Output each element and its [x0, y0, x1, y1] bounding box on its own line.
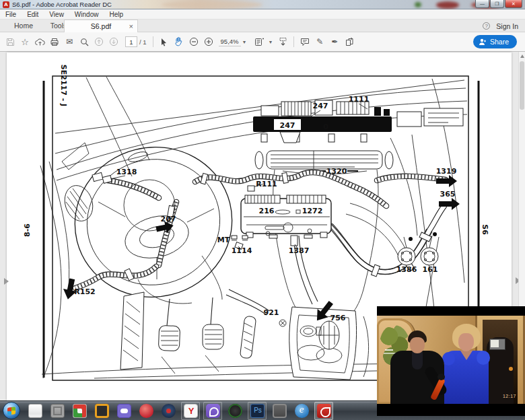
email-icon[interactable]: ✉: [62, 35, 77, 48]
door-knob: [509, 367, 513, 371]
tab-document-label: S6.pdf: [91, 22, 111, 30]
letterbox-bar: [377, 404, 525, 416]
window-title: S6.pdf - Adobe Acrobat Reader DC: [12, 1, 112, 8]
viber-icon: [206, 404, 220, 418]
desktop-screen: A S6.pdf - Adobe Acrobat Reader DC — ❐ ✕…: [0, 0, 525, 420]
comment-icon[interactable]: [298, 35, 312, 48]
photoshop-icon: [250, 404, 265, 418]
torrent-app-icon: [162, 404, 176, 418]
gallery-icon: [50, 404, 65, 418]
aero-glass-reflection: [162, 1, 262, 9]
taskbar-icon-notepad[interactable]: [26, 402, 44, 420]
start-button[interactable]: [3, 402, 20, 419]
taskbar-icon-system-utility[interactable]: [270, 402, 289, 420]
help-icon[interactable]: ?: [483, 22, 490, 30]
hand-tool-icon[interactable]: [172, 35, 186, 48]
menu-file[interactable]: File: [0, 11, 22, 18]
highlight-pen-icon[interactable]: ✎: [312, 35, 327, 48]
tab-close-icon[interactable]: ×: [129, 20, 133, 33]
taskbar-icon-internet-explorer[interactable]: [292, 402, 311, 420]
music-app-icon: [139, 404, 153, 418]
letterbox-bar: [377, 306, 525, 316]
share-button[interactable]: Share: [473, 35, 517, 48]
page-count-label: / 1: [139, 38, 147, 46]
previous-page-icon[interactable]: [92, 35, 106, 48]
window-titlebar[interactable]: A S6.pdf - Adobe Acrobat Reader DC — ❐ ✕: [0, 0, 525, 9]
zoom-level-value[interactable]: 95,4%: [219, 38, 241, 46]
discord-icon: [117, 404, 131, 418]
scroll-up-arrow-icon[interactable]: [520, 55, 524, 58]
video-timestamp: 12:17: [503, 394, 516, 398]
zoom-in-icon[interactable]: [201, 35, 216, 48]
interviewer-shirt: [412, 352, 423, 370]
scrollbar-thumb[interactable]: [520, 61, 524, 110]
star-favorites-icon[interactable]: ☆: [18, 35, 32, 48]
page-number-input[interactable]: 1: [125, 36, 137, 47]
restore-button[interactable]: ❐: [490, 0, 504, 8]
screenshot-tool-icon: [95, 404, 109, 418]
fit-dropdown-caret-icon[interactable]: ▼: [268, 40, 273, 44]
taskbar-icon-media-player[interactable]: [70, 402, 89, 420]
zoom-out-icon[interactable]: [186, 35, 201, 48]
send-for-signature-icon[interactable]: [342, 35, 357, 48]
menu-bar: File Edit View Window Help: [0, 9, 525, 20]
obs-recorder-icon: [228, 404, 242, 418]
interviewer-face: [410, 337, 425, 353]
microphone-windscreen: [438, 374, 445, 380]
woman-face: [458, 333, 474, 351]
menu-window[interactable]: Window: [69, 11, 104, 18]
fill-sign-icon[interactable]: ✒: [327, 35, 342, 48]
fit-page-icon[interactable]: [252, 35, 267, 48]
notepad-icon: [28, 404, 42, 418]
share-label: Share: [490, 38, 509, 46]
taskbar-icon-yandex-browser[interactable]: [181, 402, 200, 420]
taskbar-icon-torrent-app[interactable]: [159, 402, 178, 420]
aero-glass-reflection: [436, 1, 459, 9]
taskbar-icon-gallery[interactable]: [48, 402, 67, 420]
camera-screen: [491, 340, 499, 347]
minimize-button[interactable]: —: [475, 0, 489, 8]
select-tool-icon[interactable]: [157, 35, 172, 48]
page-width-icon[interactable]: [275, 35, 290, 48]
tab-home[interactable]: Home: [7, 20, 40, 32]
dress-shoulder: [477, 351, 490, 365]
zoom-dropdown-caret-icon[interactable]: ▼: [242, 40, 247, 44]
watermark: [385, 349, 393, 351]
taskbar-icon-photoshop[interactable]: [248, 402, 267, 420]
yandex-browser-icon: [184, 404, 198, 418]
acrobat-app-icon: A: [3, 1, 9, 8]
acrobat-reader-icon: [317, 404, 331, 418]
taskbar-icon-viber[interactable]: [203, 402, 222, 420]
taskbar-icon-music-app[interactable]: [137, 402, 155, 420]
taskbar-icon-acrobat-reader[interactable]: [314, 402, 333, 420]
taskbar-icon-discord[interactable]: [114, 402, 133, 420]
tab-bar: Home Tools S6.pdf × ? Sign In: [0, 20, 525, 32]
sign-in-button[interactable]: Sign In: [496, 22, 518, 30]
print-icon[interactable]: [47, 35, 62, 48]
video-overlay[interactable]: 12:17: [377, 306, 525, 416]
search-icon[interactable]: [77, 35, 92, 48]
taskbar-icon-obs-recorder[interactable]: [225, 402, 244, 420]
video-frame: 12:17: [377, 316, 525, 404]
taskbar-icon-screenshot-tool[interactable]: [92, 402, 111, 420]
media-player-icon: [73, 404, 87, 418]
save-icon[interactable]: [3, 35, 18, 48]
next-page-icon[interactable]: [106, 35, 121, 48]
menu-help[interactable]: Help: [104, 11, 129, 18]
cloud-upload-icon[interactable]: [32, 35, 47, 48]
windows-logo-icon: [7, 407, 15, 415]
internet-explorer-icon: [295, 404, 309, 418]
menu-edit[interactable]: Edit: [22, 11, 44, 18]
menu-view[interactable]: View: [44, 11, 69, 18]
close-button[interactable]: ✕: [505, 0, 522, 8]
system-utility-icon: [273, 404, 287, 418]
tab-document[interactable]: S6.pdf ×: [64, 20, 138, 32]
aero-glass-reflection: [415, 2, 421, 7]
main-toolbar: ☆ ✉ 1 / 1 95,4%: [0, 32, 525, 52]
panel-toggle-arrow-icon[interactable]: [4, 278, 9, 285]
share-person-icon: [479, 38, 487, 46]
